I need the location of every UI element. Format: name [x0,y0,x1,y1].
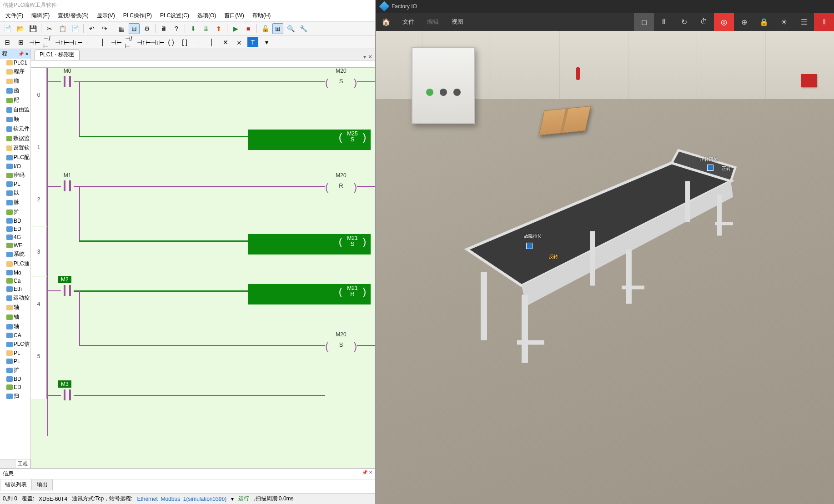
ladder-rung[interactable]: 3()M21S [31,227,375,277]
ladder-icon[interactable]: ⊟ [129,23,140,34]
hline-icon[interactable]: — [84,37,95,47]
coil[interactable]: ()M20R [325,180,357,193]
redo-icon[interactable]: ↷ [99,23,110,34]
tree-item[interactable]: PL [0,349,30,357]
dropdown-icon[interactable]: ▾ [261,37,272,47]
undo-icon[interactable]: ↶ [86,23,97,34]
del-icon[interactable]: ⊟ [2,37,13,47]
timer-icon[interactable]: ⏱ [694,13,714,31]
config-icon[interactable]: ⚙ [141,23,152,34]
contact2-icon[interactable]: ⊣⊢ [111,37,122,47]
tree-item[interactable]: Ca [0,277,30,285]
tree-item[interactable]: 以 [0,188,30,198]
tree-item[interactable]: 扫 [0,391,30,401]
save-icon[interactable]: 💾 [27,23,38,34]
tab-errors[interactable]: 错误列表 [0,479,32,490]
search-icon[interactable]: 🔍 [285,23,296,34]
tree-item[interactable]: 扩 [0,365,30,375]
tree-item[interactable]: PLC通 [0,259,30,269]
vline2-icon[interactable]: │ [206,37,217,47]
cabinet-button-3[interactable] [453,89,461,96]
tree-item[interactable]: PL [0,180,30,188]
download-icon[interactable]: ⬇ [188,23,199,34]
stop-sim-icon[interactable]: ◻ [634,13,654,31]
func-icon[interactable]: [ ] [179,37,190,47]
tree-item[interactable]: 设置软 [0,143,30,153]
contact-no-icon[interactable]: ⊣⊢ [29,37,40,47]
contact-nc-icon[interactable]: ⊣/⊢ [43,37,54,47]
del2-icon[interactable]: ✕ [220,37,231,47]
output-pin-icon[interactable]: 📌 ✕ [362,470,372,478]
sensor-end[interactable] [707,165,713,171]
menu-find[interactable]: 查找\替换(S) [54,10,92,21]
ladder-rung[interactable]: 0M0()M20S [31,68,375,122]
lock-icon[interactable]: 🔓 [260,23,271,34]
reset-icon[interactable]: ↻ [674,13,694,31]
tool-icon[interactable]: 🔧 [298,23,309,34]
ladder-rung[interactable]: 2M1()M20R [31,172,375,227]
grid-icon[interactable]: ▦ [116,23,127,34]
tree-item[interactable]: PLC1 [0,59,30,67]
tree-item[interactable]: ED [0,383,30,391]
coil[interactable]: ()M20S [325,75,357,89]
tree-item[interactable]: 轴 [0,312,30,322]
tree-item[interactable]: CA [0,331,30,339]
compare-icon[interactable]: ⊞ [272,23,283,34]
ladder-canvas[interactable]: 0M0()M20S1()M25S2M1()M20R3()M21S4M2()M21… [31,60,375,468]
target-icon[interactable]: ◎ [714,13,734,31]
tree-item[interactable]: 自由监 [0,105,30,115]
menu-edit[interactable]: 编辑 [421,13,445,31]
pause-icon[interactable]: ⏸ [654,13,674,31]
coil[interactable]: ()M21R [248,284,371,304]
contact-n-icon[interactable]: ⊣↓⊢ [70,37,81,47]
menu-option[interactable]: 选项(O) [194,10,220,21]
open-icon[interactable]: 📂 [15,23,25,34]
tree-item[interactable]: 扩 [0,207,30,217]
tree-item[interactable]: 数据监 [0,134,30,143]
new-icon[interactable]: 📄 [2,23,13,34]
coil[interactable]: ()M25S [248,130,371,150]
cabinet-button-green[interactable] [426,89,433,96]
tree-item[interactable]: ED [0,225,30,233]
ladder-rung[interactable]: 5()M20S [31,331,375,381]
contact4-icon[interactable]: ⊣↑⊢ [138,37,149,47]
tree-item[interactable]: 密码 [0,170,30,180]
menu-help[interactable]: 帮助(H) [249,10,275,21]
ladder-rung[interactable]: 4M2()M21R [31,277,375,331]
paste-icon[interactable]: 📄 [70,23,80,34]
contact[interactable]: M1 [61,180,74,191]
signal-icon[interactable]: ⦀ [814,13,834,31]
cut-icon[interactable]: ✂ [44,23,55,34]
menu-file[interactable]: 文件(F) [2,10,27,21]
coil[interactable]: ()M21S [248,234,371,254]
ladder-rung[interactable]: M3 [31,381,375,399]
tree-item[interactable]: PL [0,357,30,365]
coil-icon[interactable]: ( ) [166,37,176,47]
menu-plcop[interactable]: PLC操作(P) [120,10,156,21]
tree-item[interactable]: PLC信 [0,339,30,349]
tree-item[interactable]: 系统 [0,250,30,259]
menu-window[interactable]: 窗口(W) [221,10,247,21]
ladder-rung[interactable]: 1()M25S [31,122,375,172]
upload-icon[interactable]: ⬆ [213,23,224,34]
tree-item[interactable]: 轴 [0,303,30,312]
tree-item[interactable]: PLC配 [0,153,30,162]
tree-item[interactable]: BD [0,217,30,225]
tree-item[interactable]: 配 [0,95,30,105]
tree-item[interactable]: Mo [0,269,30,277]
tab-dropdown-icon[interactable]: ▾ [363,54,366,60]
steering-icon[interactable]: ⊕ [734,13,754,31]
tree-item[interactable]: 4G [0,233,30,241]
lock-icon[interactable]: 🔒 [754,13,774,31]
sensor-start[interactable] [526,243,533,249]
tree-item[interactable]: 程序 [0,67,30,76]
del3-icon[interactable]: ⨯ [234,37,245,47]
menu-view[interactable]: 显示(V) [93,10,119,21]
pin-icon[interactable]: 📌 ✕ [18,51,29,56]
status-comm-link[interactable]: Ethernet_Modbus_1(simulation039b) [137,496,226,502]
contact-p-icon[interactable]: ⊣↑⊢ [56,37,67,47]
cabinet-button-2[interactable] [440,89,447,96]
tree-item[interactable]: WE [0,241,30,250]
vline-icon[interactable]: │ [97,37,108,47]
list-icon[interactable]: ☰ [794,13,814,31]
